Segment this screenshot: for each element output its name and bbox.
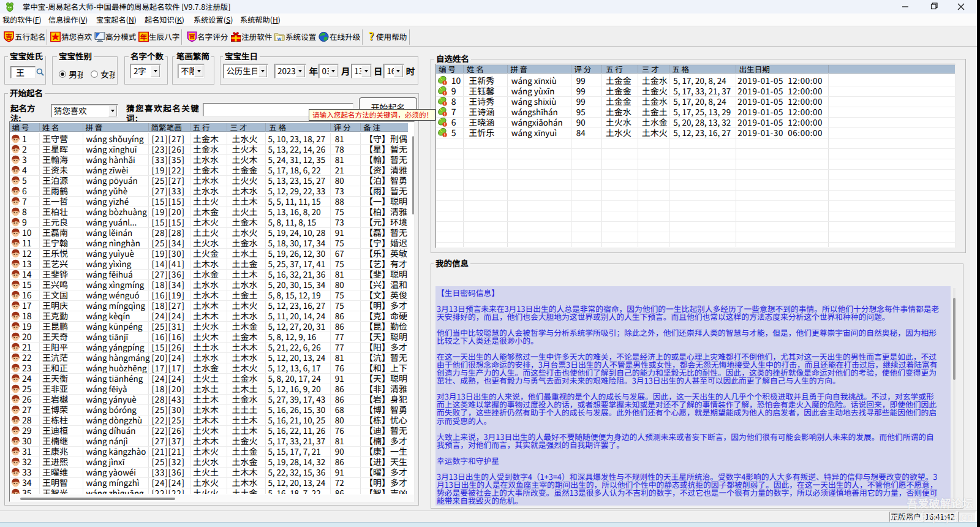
svg-text:?: ?: [369, 31, 374, 42]
svg-text:官: 官: [189, 32, 195, 40]
svg-text:w: w: [277, 34, 282, 41]
svg-text:吉: 吉: [6, 31, 12, 41]
svg-text:年: 年: [140, 31, 148, 41]
